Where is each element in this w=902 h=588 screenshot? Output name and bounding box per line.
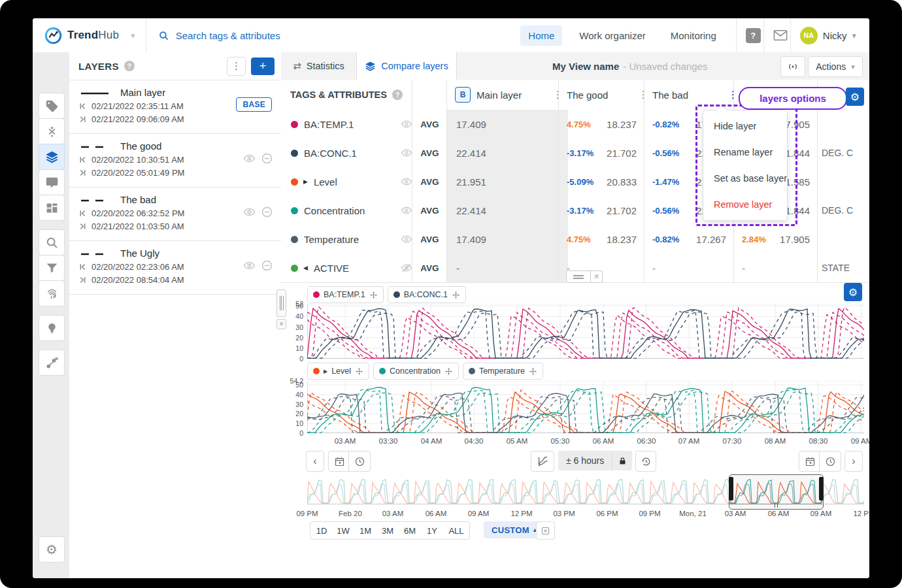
upper-chart-plot[interactable] [307, 304, 864, 359]
legend-chip-level[interactable]: ▶Level [307, 363, 369, 380]
range-custom-button[interactable]: CUSTOM▴ [484, 521, 544, 538]
end-clock-button[interactable] [819, 451, 841, 472]
rail-filter-button[interactable] [39, 255, 65, 281]
layer-remove-icon[interactable] [261, 152, 273, 165]
end-calendar-button[interactable] [799, 451, 821, 472]
aggregation-cell[interactable]: AVG [412, 196, 447, 225]
rail-settings-button[interactable]: ⚙ [39, 536, 65, 563]
menu-item-hide-layer[interactable]: Hide layer [703, 113, 787, 139]
custom-clear-button[interactable] [536, 521, 555, 540]
rail-search-button[interactable] [39, 229, 65, 255]
expand-arrow-icon[interactable]: ▶ [303, 178, 308, 185]
aggregation-cell[interactable]: AVG [412, 139, 447, 167]
nav-work-organizer[interactable]: Work organizer [571, 25, 653, 46]
nav-home[interactable]: Home [520, 25, 562, 46]
range-3m-button[interactable]: 3M [376, 521, 399, 540]
rail-operations-button[interactable] [39, 118, 65, 144]
user-menu[interactable]: NA Nicky ▾ [800, 27, 856, 44]
splitter-close-icon[interactable]: ✕ [591, 270, 603, 283]
layer-card-the-bad[interactable]: The bad 02/20/2022 06:32:52 PM 02/21/202… [69, 187, 281, 240]
pan-right-button[interactable]: › [844, 451, 863, 472]
legend-chip-concentration[interactable]: Concentration [373, 363, 459, 380]
legend-chip-ba-temp-1[interactable]: BA:TEMP.1 [307, 286, 384, 303]
rail-tag-button[interactable] [39, 93, 65, 119]
layer-card-the-ugly[interactable]: The Ugly 02/20/2022 02:23:06 AM 02/20/20… [69, 240, 281, 295]
move-icon[interactable] [529, 367, 537, 376]
aggregation-cell[interactable]: AVG [412, 167, 447, 196]
eye-icon[interactable] [401, 176, 412, 188]
help-button[interactable]: ? [746, 28, 761, 43]
eye-icon[interactable] [401, 147, 412, 159]
range-1y-button[interactable]: 1Y [421, 521, 444, 540]
splitter-grip[interactable] [566, 270, 591, 283]
layer-visibility-eye-icon[interactable] [243, 206, 256, 218]
rail-node-graph-button[interactable] [39, 350, 65, 376]
lock-icon[interactable] [612, 451, 632, 470]
aggregation-cell[interactable]: AVG [412, 225, 447, 253]
layer-remove-icon[interactable] [261, 206, 273, 218]
aggregation-cell[interactable]: AVG [412, 253, 447, 282]
range-1d-button[interactable]: 1D [310, 521, 333, 540]
brand-caret-icon[interactable]: ▾ [131, 31, 135, 41]
layer-card-the-good[interactable]: The good 02/20/2022 10:30:51 AM 02/20/20… [69, 133, 281, 187]
brand-logo[interactable]: TrendHub ▾ [33, 27, 135, 44]
messages-button[interactable] [773, 29, 788, 41]
eye-icon[interactable] [401, 118, 412, 130]
start-calendar-button[interactable] [328, 451, 350, 472]
panel-collapse-close-icon[interactable]: ✕ [276, 319, 286, 329]
layers-help-icon[interactable]: ? [124, 61, 135, 71]
live-mode-button[interactable] [780, 56, 805, 77]
range-6m-button[interactable]: 6M [399, 521, 422, 540]
layer-visibility-eye-icon[interactable] [243, 152, 256, 165]
table-row-temperature[interactable]: Temperature AVG 17.409 4.75%18.237 -0.82… [281, 225, 869, 254]
col-header-main-layer[interactable]: B Main layer ⋮ [446, 80, 572, 110]
menu-item-rename-layer[interactable]: Rename layer [703, 139, 787, 165]
tab-statistics[interactable]: ⇄ Statistics [281, 52, 356, 80]
tab-compare-layers[interactable]: Compare layers [356, 52, 457, 80]
brush-handle-right[interactable] [819, 477, 824, 500]
range-1m-button[interactable]: 1M [354, 521, 377, 540]
eye-off-icon[interactable] [401, 262, 412, 274]
layers-menu-button[interactable]: ⋮ [227, 57, 246, 76]
rail-comments-button[interactable] [39, 169, 65, 195]
move-icon[interactable] [355, 367, 363, 376]
aggregation-cell[interactable]: AVG [412, 110, 447, 139]
brush-handle-left[interactable] [729, 477, 733, 500]
panel-resize-grip[interactable] [276, 289, 286, 317]
pan-left-button[interactable]: ‹ [306, 451, 324, 472]
layer-remove-icon[interactable] [261, 259, 273, 272]
search-input[interactable]: Search tags & attributes [158, 30, 280, 41]
compare-trends-button[interactable] [531, 451, 554, 472]
expand-arrow-icon[interactable]: ◀ [303, 265, 308, 271]
brush-grip[interactable] [729, 503, 823, 508]
rail-lightbulb-button[interactable] [39, 315, 65, 341]
range-1w-button[interactable]: 1W [332, 521, 355, 540]
lower-chart-plot[interactable] [307, 381, 864, 433]
move-icon[interactable] [369, 291, 378, 299]
layer-card-main-layer[interactable]: Main layer 02/21/2022 02:35:11 AM 02/21/… [69, 80, 281, 133]
legend-chip-temperature[interactable]: Temperature [463, 363, 543, 380]
overview-brush[interactable] [729, 474, 824, 510]
add-layer-button[interactable]: + [251, 57, 275, 75]
move-icon[interactable] [444, 367, 453, 376]
eye-icon[interactable] [401, 204, 412, 216]
tags-help-icon[interactable]: ? [392, 90, 403, 100]
col-header-the-good[interactable]: The good ⋮ [558, 80, 658, 110]
legend-chip-ba-conc-1[interactable]: BA:CONC.1 [388, 286, 466, 303]
panel-collapse-handle[interactable]: ✕ [276, 289, 286, 329]
rail-fingerprint-button[interactable] [39, 280, 65, 306]
chart-settings-gear-button[interactable]: ⚙ [844, 283, 862, 301]
history-button[interactable] [635, 451, 656, 472]
rail-layers-button[interactable] [39, 144, 65, 170]
table-settings-gear-button[interactable]: ⚙ [846, 88, 864, 106]
time-span-chip[interactable]: ± 6 hours [558, 451, 632, 470]
col-header-the-bad[interactable]: The bad ⋮ [644, 80, 747, 110]
rail-dashboard-button[interactable] [39, 195, 65, 221]
range-all-button[interactable]: ALL [443, 521, 470, 540]
menu-item-set-as-base-layer[interactable]: Set as base layer [703, 165, 787, 191]
start-clock-button[interactable] [348, 451, 371, 472]
menu-item-remove-layer[interactable]: Remove layer [703, 191, 787, 218]
eye-icon[interactable] [401, 233, 412, 245]
move-icon[interactable] [452, 291, 460, 299]
layer-visibility-eye-icon[interactable] [243, 259, 256, 272]
